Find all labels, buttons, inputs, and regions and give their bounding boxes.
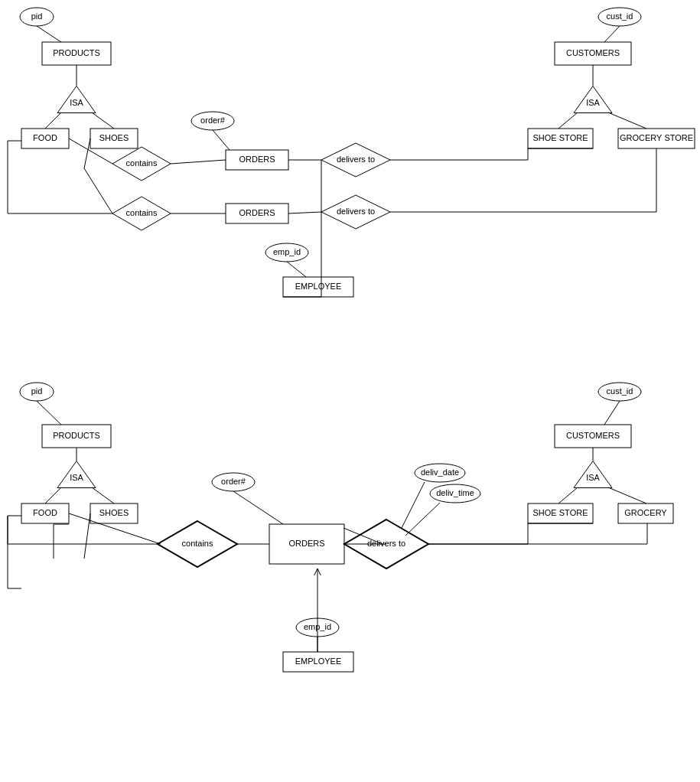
er-diagram [0,0,700,782]
